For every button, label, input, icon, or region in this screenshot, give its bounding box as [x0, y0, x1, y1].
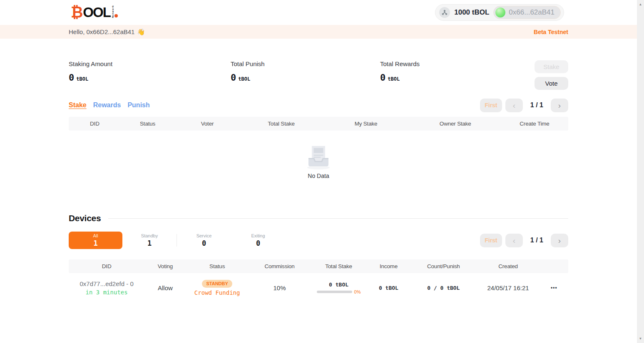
- device-actions-cell: •••: [540, 285, 568, 291]
- column-header-voting: Voting: [144, 263, 186, 269]
- stat-value: 0: [231, 72, 236, 83]
- filter-value: 1: [93, 239, 97, 248]
- stake-tabs-row: Stake Rewards Punish First ‹ 1 / 1 ›: [69, 98, 568, 112]
- top-header: ₿ OOL Network 1000 tBOL 0x66...62aB41: [0, 0, 637, 25]
- stat-label: Staking Amount: [69, 60, 231, 67]
- devices-table-header: DID Voting Status Commission Total Stake…: [69, 259, 568, 273]
- scroll-up-arrow-icon[interactable]: ▲: [637, 1, 644, 8]
- crowd-funding-label: Crowd Funding: [194, 289, 240, 296]
- tab-punish[interactable]: Punish: [127, 101, 149, 109]
- prev-page-button[interactable]: ‹: [505, 99, 523, 112]
- prev-page-button[interactable]: ‹: [505, 234, 523, 247]
- created-value: 24/05/17 16:21: [487, 284, 529, 291]
- voting-value: Allow: [158, 284, 173, 291]
- device-filters: All 1 Standby 1 Service 0 Exiting 0: [69, 232, 285, 249]
- wave-emoji: 👋: [137, 28, 145, 36]
- device-created-cell: 24/05/17 16:21: [476, 284, 540, 291]
- device-filters-row: All 1 Standby 1 Service 0 Exiting 0: [69, 232, 568, 249]
- vote-button[interactable]: Vote: [535, 77, 568, 90]
- chevron-right-icon: ›: [558, 101, 561, 109]
- column-header-commission: Commission: [249, 263, 311, 269]
- logo-network-text: Network: [112, 7, 114, 18]
- page: ₿ OOL Network 1000 tBOL 0x66...62aB41 He…: [0, 0, 637, 343]
- column-header-did: DID: [69, 263, 144, 269]
- filter-value: 1: [147, 239, 152, 248]
- first-page-button[interactable]: First: [480, 99, 502, 112]
- filter-label: Exiting: [251, 233, 265, 239]
- row-menu-ellipsis-icon[interactable]: •••: [551, 285, 557, 291]
- tab-stake[interactable]: Stake: [69, 101, 87, 109]
- income-value: 0 tBOL: [379, 285, 398, 291]
- devices-pagination: First ‹ 1 / 1 ›: [480, 234, 568, 247]
- divider-line: [108, 218, 568, 219]
- stat-label: Total Punish: [231, 60, 380, 67]
- logo-letters: OOL: [83, 6, 110, 19]
- filter-service[interactable]: Service 0: [177, 233, 231, 248]
- network-nodes-icon: [442, 10, 448, 15]
- network-icon-circle: [439, 7, 450, 18]
- stat-value: 0: [380, 72, 385, 83]
- wallet-address-pill[interactable]: 0x66...62aB41: [493, 6, 561, 19]
- beta-testnet-badge: Beta Testnet: [534, 29, 568, 35]
- device-did-cell: 0x7d77...ed2efd - 0 in 3 minutes: [69, 280, 144, 296]
- column-header-created: Created: [476, 263, 540, 269]
- stake-button[interactable]: Stake: [535, 60, 568, 73]
- stat-unit: tBOL: [76, 76, 88, 82]
- page-scrollbar[interactable]: ▲ ▼: [637, 0, 644, 343]
- filter-label: Service: [196, 233, 212, 239]
- column-header-status: Status: [121, 121, 175, 127]
- stat-staking-amount: Staking Amount 0 tBOL: [69, 60, 231, 90]
- stat-unit: tBOL: [238, 76, 250, 82]
- bool-network-logo[interactable]: ₿ OOL Network: [71, 6, 118, 19]
- stat-label: Total Rewards: [380, 60, 535, 67]
- next-page-button[interactable]: ›: [551, 99, 568, 112]
- filter-value: 0: [202, 239, 206, 248]
- stats-row: Staking Amount 0 tBOL Total Punish 0 tBO…: [69, 60, 568, 90]
- stake-pagination: First ‹ 1 / 1 ›: [480, 99, 568, 112]
- page-indicator: 1 / 1: [530, 101, 543, 109]
- tab-rewards[interactable]: Rewards: [93, 101, 121, 109]
- chevron-right-icon: ›: [558, 237, 561, 244]
- device-count-punish-cell: 0 / 0 tBOL: [410, 285, 476, 291]
- hello-bar: Hello, 0x66D2...62aB41 👋 Beta Testnet: [0, 25, 637, 39]
- column-header-voter: Voter: [174, 121, 240, 127]
- stake-progress: 0%: [317, 289, 361, 294]
- stake-tabs: Stake Rewards Punish: [69, 101, 150, 109]
- column-header-total-stake: Total Stake: [311, 263, 366, 269]
- chevron-left-icon: ‹: [513, 101, 515, 109]
- device-voting-cell: Allow: [144, 284, 186, 291]
- page-indicator: 1 / 1: [530, 237, 543, 244]
- stake-table-empty-state: No Data: [69, 131, 568, 192]
- token-balance: 1000 tBOL: [454, 8, 489, 17]
- devices-title: Devices: [69, 213, 101, 223]
- device-status-cell: STANDBY Crowd Funding: [186, 280, 249, 296]
- greeting: Hello, 0x66D2...62aB41 👋: [69, 28, 145, 36]
- stake-table-header: DID Status Voter Total Stake My Stake Ow…: [69, 117, 568, 131]
- empty-inbox-icon: [305, 144, 332, 170]
- column-header-owner-stake: Owner Stake: [409, 121, 501, 127]
- progress-percent: 0%: [354, 289, 361, 294]
- filter-label: All: [93, 233, 98, 239]
- column-header-create-time: Create Time: [501, 121, 568, 127]
- stat-total-punish: Total Punish 0 tBOL: [231, 60, 380, 90]
- wallet-balance-pill[interactable]: 1000 tBOL 0x66...62aB41: [435, 4, 564, 21]
- wallet-avatar: [495, 7, 505, 17]
- scroll-down-arrow-icon[interactable]: ▼: [637, 335, 644, 342]
- greeting-text: Hello, 0x66D2...62aB41: [69, 28, 134, 35]
- device-total-stake-cell: 0 tBOL 0%: [311, 281, 366, 294]
- filter-standby[interactable]: Standby 1: [122, 233, 177, 248]
- filter-value: 0: [256, 239, 260, 248]
- commission-value: 10%: [273, 284, 286, 291]
- column-header-status: Status: [186, 263, 249, 269]
- filter-all[interactable]: All 1: [69, 232, 122, 249]
- device-income-cell: 0 tBOL: [367, 285, 411, 291]
- column-header-income: Income: [367, 263, 411, 269]
- logo-bitcoin-b: ₿: [71, 6, 83, 19]
- devices-header: Devices: [69, 213, 568, 223]
- stat-total-rewards: Total Rewards 0 tBOL: [380, 60, 535, 90]
- filter-exiting[interactable]: Exiting 0: [231, 233, 285, 248]
- next-page-button[interactable]: ›: [551, 234, 568, 247]
- device-commission-cell: 10%: [249, 284, 311, 291]
- device-table-row: 0x7d77...ed2efd - 0 in 3 minutes Allow S…: [69, 273, 568, 302]
- first-page-button[interactable]: First: [480, 234, 502, 247]
